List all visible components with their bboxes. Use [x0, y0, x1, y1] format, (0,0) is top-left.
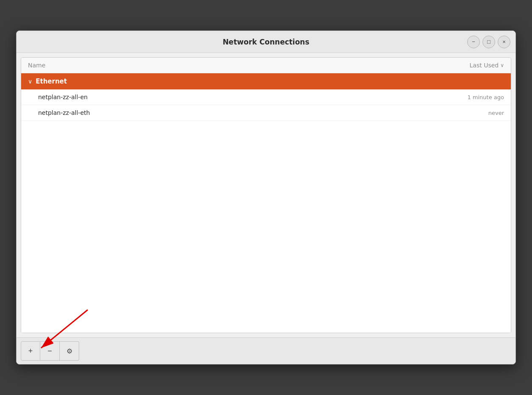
titlebar: Network Connections − □ × — [17, 31, 515, 53]
close-button[interactable]: × — [498, 36, 510, 48]
last-used-column-header[interactable]: Last Used ∨ — [470, 62, 504, 69]
gear-icon: ⚙ — [66, 347, 72, 355]
table-header: Name Last Used ∨ — [21, 58, 511, 73]
connection-last-used: 1 minute ago — [467, 94, 504, 100]
window-title: Network Connections — [223, 38, 310, 46]
toolbar-container: + − ⚙ — [17, 337, 515, 364]
ethernet-group-label: Ethernet — [36, 78, 67, 85]
settings-button[interactable]: ⚙ — [60, 341, 79, 361]
ethernet-expand-icon: ∨ — [28, 78, 32, 85]
network-connections-window: Network Connections − □ × Name Last Used… — [16, 31, 516, 364]
add-connection-button[interactable]: + — [21, 341, 40, 361]
ethernet-group-header[interactable]: ∨ Ethernet — [21, 73, 511, 89]
empty-content-area — [21, 121, 511, 333]
maximize-button[interactable]: □ — [482, 36, 495, 48]
add-icon: + — [28, 347, 33, 356]
minimize-button[interactable]: − — [467, 36, 480, 48]
remove-icon: − — [47, 347, 52, 356]
connection-name: netplan-zz-all-eth — [38, 109, 90, 116]
window-controls: − □ × — [467, 36, 510, 48]
toolbar: + − ⚙ — [17, 337, 515, 364]
sort-chevron-icon: ∨ — [500, 62, 504, 68]
connection-name: netplan-zz-all-en — [38, 94, 88, 100]
name-column-header: Name — [28, 62, 45, 69]
list-item[interactable]: netplan-zz-all-eth never — [21, 105, 511, 121]
remove-connection-button[interactable]: − — [40, 341, 60, 361]
connection-last-used: never — [488, 110, 504, 116]
connections-table: Name Last Used ∨ ∨ Ethernet netplan-zz-a… — [21, 57, 511, 333]
list-item[interactable]: netplan-zz-all-en 1 minute ago — [21, 89, 511, 105]
